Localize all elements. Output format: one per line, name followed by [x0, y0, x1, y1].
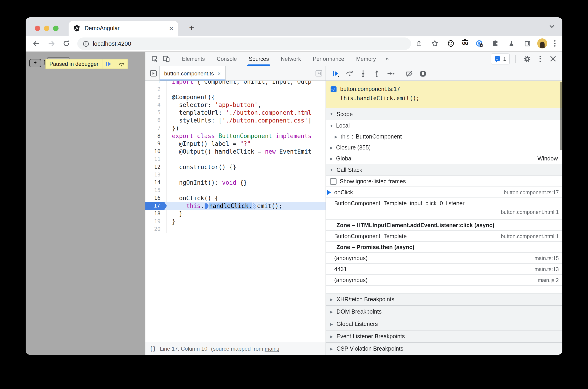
- tab-network[interactable]: Network: [275, 52, 307, 66]
- code-text[interactable]: this.handleClick.emit();: [167, 202, 326, 210]
- show-ignore-checkbox[interactable]: [330, 178, 336, 184]
- password-manager-extension-icon[interactable]: [473, 37, 485, 49]
- og-incognito-extension-icon[interactable]: OG: [461, 40, 469, 47]
- avatar[interactable]: [537, 38, 547, 48]
- code-text[interactable]: [167, 225, 326, 233]
- code-line[interactable]: 7}): [145, 124, 326, 132]
- line-number[interactable]: 6: [145, 117, 167, 124]
- inline-step-marker-icon[interactable]: [253, 203, 257, 209]
- section-global-listeners[interactable]: ▶Global Listeners: [326, 318, 562, 330]
- inspect-icon[interactable]: [148, 53, 160, 65]
- browser-menu-icon[interactable]: [552, 40, 558, 47]
- resume-icon[interactable]: [330, 68, 341, 79]
- deactivate-breakpoints-icon[interactable]: [404, 68, 415, 79]
- code-line[interactable]: 14 ngOnInit(): void {}: [145, 179, 326, 187]
- line-number[interactable]: 14: [145, 179, 167, 187]
- code-line[interactable]: 11: [145, 155, 326, 163]
- code-text[interactable]: @Component({: [167, 93, 326, 101]
- code-line[interactable]: 10 @Output() handleClick = new EventEmit: [145, 148, 326, 155]
- line-number[interactable]: 5: [145, 109, 167, 117]
- flask-extension-icon[interactable]: [505, 37, 517, 49]
- breakpoint-checkbox[interactable]: [330, 86, 336, 92]
- line-number[interactable]: 15: [145, 187, 167, 194]
- tab-elements[interactable]: Elements: [176, 52, 211, 66]
- tab-sources[interactable]: Sources: [243, 52, 275, 66]
- line-number[interactable]: 20: [145, 225, 167, 233]
- code-text[interactable]: selector: 'app-button',: [167, 101, 326, 109]
- section-csp-violation-breakpoints[interactable]: ▶CSP Violation Breakpoints: [326, 342, 562, 355]
- code-text[interactable]: [167, 187, 326, 194]
- file-tab-close-icon[interactable]: ×: [218, 70, 221, 77]
- line-number[interactable]: 2: [145, 86, 167, 93]
- scope-section-header[interactable]: ▼ Scope: [326, 108, 562, 120]
- step-over-icon[interactable]: [344, 68, 355, 79]
- section-dom-breakpoints[interactable]: ▶DOM Breakpoints: [326, 305, 562, 318]
- show-ignore-listed-row[interactable]: Show ignore-listed frames: [326, 176, 562, 187]
- line-number[interactable]: 3: [145, 93, 167, 101]
- code-text[interactable]: styleUrls: ['./button.component.css']: [167, 117, 326, 124]
- breakpoint-location[interactable]: button.component.ts:17: [340, 86, 400, 92]
- show-navigator-icon[interactable]: [147, 67, 159, 79]
- code-text[interactable]: @Output() handleClick = new EventEmit: [167, 148, 326, 155]
- step-out-icon[interactable]: [371, 68, 382, 79]
- code-line[interactable]: 5 templateUrl: './button.component.html: [145, 109, 326, 117]
- line-number[interactable]: 9: [145, 140, 167, 148]
- scope-local-row[interactable]: ▼ Local: [326, 120, 562, 131]
- callstack-frame[interactable]: 4431main.ts:13: [326, 264, 562, 275]
- tab-search-chevron-icon[interactable]: [549, 23, 555, 30]
- step-icon[interactable]: [385, 68, 396, 79]
- line-number[interactable]: 18: [145, 210, 167, 218]
- reload-icon[interactable]: [60, 37, 72, 49]
- issues-counter[interactable]: 1: [491, 53, 510, 64]
- line-number[interactable]: 19: [145, 218, 167, 225]
- address-bar[interactable]: localhost:4200: [77, 37, 411, 50]
- browser-tab[interactable]: DemoAngular ✕: [68, 21, 178, 36]
- scope-this-row[interactable]: ▶ this: ButtonComponent: [326, 131, 562, 142]
- code-text[interactable]: onClick() {: [167, 194, 326, 202]
- line-number[interactable]: 10: [145, 148, 167, 155]
- line-number[interactable]: 16: [145, 194, 167, 202]
- code-text[interactable]: }: [167, 218, 326, 225]
- code-text[interactable]: constructor() {}: [167, 163, 326, 171]
- reading-list-icon[interactable]: [521, 37, 533, 49]
- callstack-frame[interactable]: (anonymous)main.js:2: [326, 275, 562, 286]
- more-tabs-icon[interactable]: »: [382, 55, 392, 62]
- page-plus-button[interactable]: +: [29, 59, 41, 67]
- code-line[interactable]: 16 onClick() {: [145, 194, 326, 202]
- callstack-section-header[interactable]: ▼ Call Stack: [326, 164, 562, 176]
- callstack-frame[interactable]: ButtonComponent_Template_input_click_0_l…: [326, 198, 562, 220]
- share-icon[interactable]: [413, 37, 425, 49]
- tab-close-icon[interactable]: ✕: [169, 25, 174, 32]
- code-text[interactable]: }): [167, 124, 326, 132]
- code-text[interactable]: ngOnInit(): void {}: [167, 179, 326, 187]
- pretty-print-button[interactable]: {}: [150, 345, 156, 352]
- code-line[interactable]: 4 selector: 'app-button',: [145, 101, 326, 109]
- code-line[interactable]: 8export class ButtonComponent implements: [145, 132, 326, 140]
- line-number[interactable]: 4: [145, 101, 167, 109]
- sidebar-scrollbar[interactable]: [560, 82, 562, 150]
- code-editor[interactable]: 1import { Component, OnInit, Input, Outp…: [145, 81, 326, 342]
- line-number[interactable]: 7: [145, 124, 167, 132]
- open-file-nav-icon[interactable]: [315, 69, 326, 77]
- code-text[interactable]: [167, 86, 326, 93]
- bookmark-star-icon[interactable]: [429, 37, 441, 49]
- code-line[interactable]: 15: [145, 187, 326, 194]
- code-text[interactable]: @Input() label = "?": [167, 140, 326, 148]
- code-line[interactable]: 19}: [145, 218, 326, 225]
- info-icon[interactable]: [83, 40, 89, 47]
- zoom-window-button[interactable]: [53, 26, 59, 31]
- tab-console[interactable]: Console: [211, 52, 243, 66]
- section-xhr-fetch-breakpoints[interactable]: ▶XHR/fetch Breakpoints: [326, 293, 562, 305]
- code-line[interactable]: 9 @Input() label = "?": [145, 140, 326, 148]
- code-line[interactable]: 17 this.handleClick.emit();: [145, 202, 326, 210]
- callstack-frame-active[interactable]: onClickbutton.component.ts:17: [326, 187, 562, 198]
- scope-closure-row[interactable]: ▶ Closure (355): [326, 142, 562, 153]
- inline-step-marker-icon[interactable]: [205, 203, 209, 209]
- code-text[interactable]: templateUrl: './button.component.html: [167, 109, 326, 117]
- mask-extension-icon[interactable]: [445, 37, 457, 49]
- scope-global-row[interactable]: ▶ Global Window: [326, 153, 562, 164]
- tab-performance[interactable]: Performance: [307, 52, 350, 66]
- callstack-frame[interactable]: (anonymous)main.ts:15: [326, 253, 562, 264]
- code-text[interactable]: [167, 171, 326, 179]
- section-event-listener-breakpoints[interactable]: ▶Event Listener Breakpoints: [326, 330, 562, 342]
